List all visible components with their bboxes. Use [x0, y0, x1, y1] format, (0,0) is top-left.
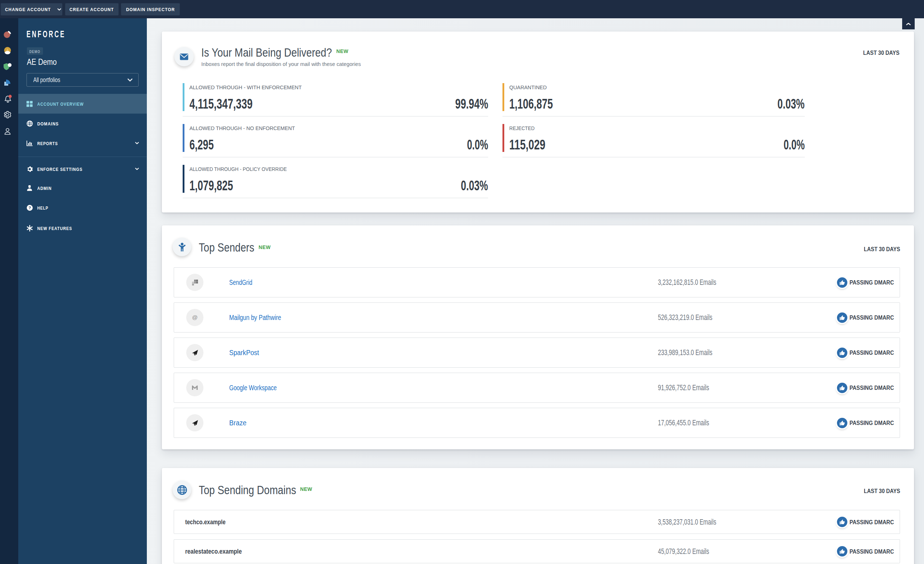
- svg-text:?: ?: [28, 206, 31, 210]
- svg-text:@: @: [192, 314, 198, 320]
